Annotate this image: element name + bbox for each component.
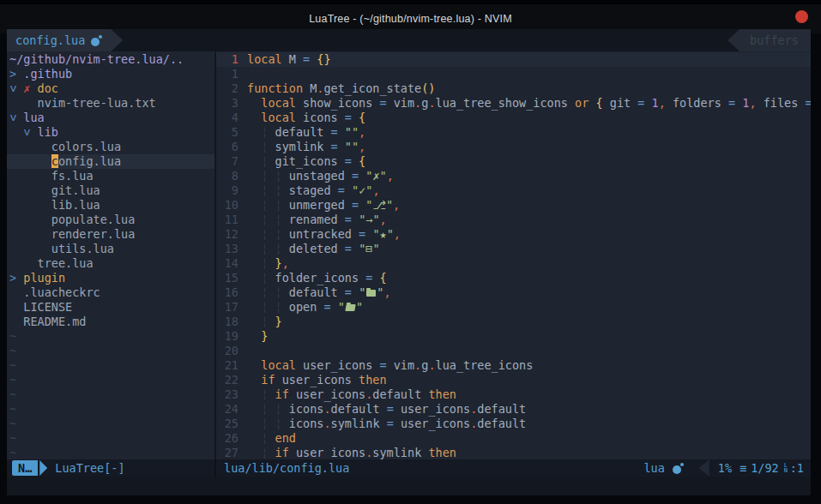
close-button-icon[interactable] <box>795 10 808 23</box>
code-line[interactable]: 1local M = {} <box>216 52 811 67</box>
code-line[interactable]: 11 ¦ ¦ renamed = "→", <box>216 213 811 227</box>
tree-row[interactable]: ~/github/nvim-tree.lua/.. <box>7 52 214 67</box>
powerline-chevron-icon <box>699 459 709 477</box>
tree-row[interactable]: LICENSE <box>7 300 214 315</box>
tab-config-lua[interactable]: config.lua <box>7 29 123 51</box>
code-line[interactable]: 12 ¦ ¦ untracked = "★", <box>216 227 811 242</box>
code-line[interactable]: 16 ¦ ¦ default = "", <box>216 285 811 300</box>
line-number: 14 <box>216 256 238 271</box>
tree-row[interactable]: config.lua <box>7 154 214 169</box>
tree-row[interactable]: README.md <box>7 315 214 329</box>
tree-row[interactable]: > plugin <box>7 271 214 285</box>
code-line[interactable]: 19 } <box>216 329 811 344</box>
code-line[interactable]: 9 ¦ ¦ staged = "✓", <box>216 183 811 198</box>
code-line[interactable]: 5 ¦ default = "", <box>216 125 811 140</box>
line-number: 2 <box>216 81 238 96</box>
tree-row[interactable]: .luacheckrc <box>7 285 214 300</box>
folder-closed-icon <box>366 290 376 297</box>
tab-label: config.lua <box>15 33 85 47</box>
code-line[interactable]: 17 ¦ ¦ open = "" <box>216 300 811 315</box>
status-line: N… LuaTree[-] lua/lib/config.lua lua 1% … <box>7 459 811 477</box>
line-number: 1 <box>216 52 238 67</box>
column-position: :1 <box>790 461 804 475</box>
line-number: 10 <box>216 198 238 213</box>
window-title: LuaTree - (~/github/nvim-tree.lua) - NVI… <box>309 13 512 25</box>
code-line[interactable]: 26 ¦ end <box>216 431 811 446</box>
buffers-label[interactable]: buffers <box>727 29 811 51</box>
code-line[interactable]: 8 ¦ ¦ unstaged = "✗", <box>216 169 811 183</box>
line-number: 11 <box>216 213 238 227</box>
code-line[interactable]: 23 ¦ if user_icons.default then <box>216 387 811 402</box>
line-number: 26 <box>216 431 238 446</box>
lua-moon-icon <box>91 35 102 46</box>
line-number: 13 <box>216 242 238 256</box>
line-number: 27 <box>216 446 238 459</box>
tree-row[interactable]: renderer.lua <box>7 227 214 242</box>
line-number: 12 <box>216 227 238 242</box>
line-number: 16 <box>216 285 238 300</box>
nvim-terminal: config.lua buffers ~/github/nvim-tree.lu… <box>7 29 811 495</box>
code-line[interactable]: 20 <box>216 344 811 358</box>
line-number: 15 <box>216 271 238 285</box>
empty-line-tilde: ~ <box>7 387 214 402</box>
code-line[interactable]: 14 ¦ }, <box>216 256 811 271</box>
code-line[interactable]: 13 ¦ ¦ deleted = "⊟" <box>216 242 811 256</box>
line-number: 21 <box>216 358 238 373</box>
code-line[interactable]: 3 local show_icons = vim.g.lua_tree_show… <box>216 96 811 111</box>
filetype-label: lua <box>643 461 664 475</box>
tree-row[interactable]: colors.lua <box>7 140 214 154</box>
line-number: 18 <box>216 315 238 329</box>
code-line[interactable]: 24 ¦ ¦ icons.default = user_icons.defaul… <box>216 402 811 417</box>
tree-row[interactable]: fs.lua <box>7 169 214 183</box>
code-line[interactable]: 7 ¦ git_icons = { <box>216 154 811 169</box>
tree-row[interactable]: nvim-tree-lua.txt <box>7 96 214 111</box>
code-line[interactable]: 27 ¦ if user_icons.symlink then <box>216 446 811 459</box>
tree-row[interactable]: git.lua <box>7 183 214 198</box>
scroll-percent: 1% <box>718 461 732 475</box>
tree-row[interactable]: > lua <box>7 111 214 125</box>
line-number: 23 <box>216 387 238 402</box>
file-path: lua/lib/config.lua <box>224 461 349 475</box>
code-buffer: 1local M = {}12function M.get_icon_state… <box>216 51 811 459</box>
code-line[interactable]: 2function M.get_icon_state() <box>216 81 811 96</box>
line-position: 1/92 <box>751 461 779 475</box>
powerline-arrow-icon <box>39 460 47 476</box>
line-number: 6 <box>216 140 238 154</box>
code-line[interactable]: 22 if user_icons then <box>216 373 811 387</box>
tree-row[interactable]: > .github <box>7 67 214 81</box>
line-number: 8 <box>216 169 238 183</box>
terminal-window: LuaTree - (~/github/nvim-tree.lua) - NVI… <box>0 0 821 504</box>
line-number: 20 <box>216 344 238 358</box>
empty-line-tilde: ~ <box>7 402 214 417</box>
empty-line-tilde: ~ <box>7 417 214 431</box>
tree-row[interactable]: utils.lua <box>7 242 214 256</box>
line-number: 7 <box>216 154 238 169</box>
menu-icon: ≡ <box>740 461 746 475</box>
empty-line-tilde: ~ <box>7 329 214 344</box>
file-tree: ~/github/nvim-tree.lua/..> .github> ✗ do… <box>7 51 214 459</box>
tree-row[interactable]: populate.lua <box>7 213 214 227</box>
line-number: 24 <box>216 402 238 417</box>
empty-line-tilde: ~ <box>7 373 214 387</box>
line-number: 17 <box>216 300 238 315</box>
line-number: 3 <box>216 96 238 111</box>
tree-row[interactable]: > lib <box>7 125 214 140</box>
lua-moon-icon <box>673 463 684 474</box>
code-line[interactable]: 25 ¦ ¦ icons.symlink = user_icons.defaul… <box>216 417 811 431</box>
line-number: 25 <box>216 417 238 431</box>
command-line[interactable] <box>7 477 811 495</box>
tree-row[interactable]: > ✗ doc <box>7 81 214 96</box>
tree-row[interactable]: tree.lua <box>7 256 214 271</box>
line-number-icon: LN <box>784 463 790 473</box>
code-line[interactable]: 21 local user_icons = vim.g.lua_tree_ico… <box>216 358 811 373</box>
code-line[interactable]: 15 ¦ folder_icons = { <box>216 271 811 285</box>
code-line[interactable]: 4 local icons = { <box>216 111 811 125</box>
code-line[interactable]: 18 ¦ } <box>216 315 811 329</box>
code-line[interactable]: 1 <box>216 67 811 81</box>
editor-split: ~/github/nvim-tree.lua/..> .github> ✗ do… <box>7 51 811 459</box>
mode-indicator: N… <box>12 460 38 476</box>
code-line[interactable]: 10 ¦ ¦ unmerged = "⎇", <box>216 198 811 213</box>
tree-row[interactable]: lib.lua <box>7 198 214 213</box>
line-number: 1 <box>216 67 238 81</box>
code-line[interactable]: 6 ¦ symlink = "", <box>216 140 811 154</box>
